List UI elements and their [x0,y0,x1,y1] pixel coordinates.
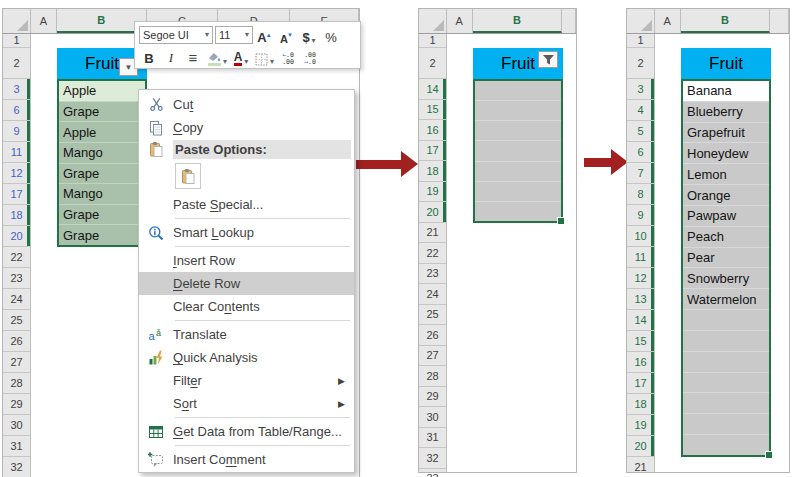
cell-empty[interactable] [683,352,769,373]
row-header-12[interactable]: 12 [3,163,30,184]
percent-style-button[interactable]: % [321,25,341,45]
row-header-9[interactable]: 9 [627,205,654,226]
font-size-select[interactable]: 11 ▾ [215,26,253,44]
row-header-30[interactable]: 30 [3,415,30,436]
row-header-30[interactable]: 30 [419,407,446,428]
italic-button[interactable]: I [161,46,181,66]
column-header-blank[interactable] [562,9,576,33]
row-header-18[interactable]: 18 [627,394,654,415]
increase-font-size-icon[interactable]: A▲ [255,25,275,45]
row-header-24[interactable]: 24 [419,284,446,305]
accounting-format-button[interactable]: $ ▾ [299,25,319,45]
cell-peach[interactable]: Peach [683,227,769,248]
row-header-23[interactable]: 23 [3,268,30,289]
font-name-select[interactable]: Segoe UI ▾ [139,26,213,44]
cell-pear[interactable]: Pear [683,248,769,269]
middle-selected-range[interactable] [473,79,563,223]
row-header-19[interactable]: 19 [627,415,654,436]
row-header-11[interactable]: 11 [627,247,654,268]
row-header-31[interactable]: 31 [3,436,30,457]
column-header-A[interactable]: A [655,9,681,33]
menu-item-cut[interactable]: Cut [139,93,354,116]
fill-color-button[interactable]: ▾ [205,46,229,66]
row-header-31[interactable]: 31 [419,428,446,449]
row-header-5[interactable]: 5 [627,121,654,142]
row-header-4[interactable]: 4 [627,100,654,121]
decrease-decimal-icon[interactable]: .00→.0 [300,46,320,66]
menu-item-clear-contents[interactable]: Clear Contents [139,295,354,318]
row-header-20[interactable]: 20 [3,226,30,247]
row-header-9[interactable]: 9 [3,121,30,142]
row-header-17[interactable]: 17 [419,141,446,162]
cell-blueberry[interactable]: Blueberry [683,102,769,123]
paste-option-button[interactable] [175,163,201,189]
column-header-A[interactable]: A [447,9,473,33]
cell-grape[interactable]: Grape [59,102,145,123]
menu-item-delete-row[interactable]: Delete Row [139,272,354,295]
row-header-1[interactable]: 1 [419,33,446,48]
row-header-3[interactable]: 3 [3,79,30,100]
row-header-26[interactable]: 26 [3,331,30,352]
row-header-21[interactable]: 21 [627,457,654,477]
row-header-7[interactable]: 7 [627,163,654,184]
menu-item-insert-row[interactable]: Insert Row [139,249,354,272]
cell-empty[interactable] [475,162,561,182]
row-header-25[interactable]: 25 [3,310,30,331]
cell-apple[interactable]: Apple [59,122,145,143]
menu-item-sort[interactable]: Sort▶ [139,392,354,415]
cell-empty[interactable] [475,101,561,121]
row-header-27[interactable]: 27 [419,346,446,367]
row-header-2[interactable]: 2 [3,48,30,79]
row-header-16[interactable]: 16 [627,352,654,373]
row-header-10[interactable]: 10 [627,226,654,247]
cell-pawpaw[interactable]: Pawpaw [683,206,769,227]
row-header-20[interactable]: 20 [419,202,446,223]
row-header-18[interactable]: 18 [419,161,446,182]
menu-item-smart-lookup[interactable]: Smart Lookup [139,221,354,244]
cell-empty[interactable] [683,393,769,414]
row-header-22[interactable]: 22 [3,247,30,268]
row-header-1[interactable]: 1 [627,33,654,48]
cell-honeydew[interactable]: Honeydew [683,143,769,164]
cell-empty[interactable] [683,435,769,455]
cell-empty[interactable] [475,202,561,221]
cell-snowberry[interactable]: Snowberry [683,268,769,289]
right-selected-range[interactable]: BananaBlueberryGrapefruitHoneydewLemonOr… [681,79,771,457]
row-header-13[interactable]: 13 [627,289,654,310]
column-header-B[interactable]: B [681,9,770,33]
select-all-corner[interactable] [3,9,31,33]
row-header-15[interactable]: 15 [627,331,654,352]
menu-item-translate[interactable]: aǎTranslate [139,323,354,346]
filter-applied-button[interactable] [538,51,558,68]
cell-empty[interactable] [475,182,561,202]
row-header-14[interactable]: 14 [419,79,446,100]
row-header-25[interactable]: 25 [419,305,446,326]
cell-grape[interactable]: Grape [59,164,145,185]
select-all-corner[interactable] [627,9,655,33]
menu-item-copy[interactable]: Copy [139,116,354,139]
row-header-19[interactable]: 19 [419,182,446,203]
row-header-28[interactable]: 28 [419,366,446,387]
cell-mango[interactable]: Mango [59,184,145,205]
column-header-A[interactable]: A [31,9,57,33]
menu-item-insert-comment[interactable]: Insert Comment [139,448,354,471]
row-header-33[interactable]: 33 [419,469,446,477]
row-header-21[interactable]: 21 [419,223,446,244]
row-header-32[interactable]: 32 [3,457,30,477]
row-header-2[interactable]: 2 [627,48,654,79]
cell-apple[interactable]: Apple [59,81,145,102]
row-header-23[interactable]: 23 [419,264,446,285]
cell-grape[interactable]: Grape [59,205,145,226]
menu-item-quick-analysis[interactable]: Quick Analysis [139,346,354,369]
row-header-32[interactable]: 32 [419,448,446,469]
border-grid-button[interactable]: ▾ [253,46,276,66]
decrease-font-size-icon[interactable]: A▼ [277,25,297,45]
menu-item-paste-special[interactable]: Paste Special... [139,193,354,216]
row-header-2[interactable]: 2 [419,48,446,79]
cell-empty[interactable] [475,141,561,161]
select-all-corner[interactable] [419,9,447,33]
column-header-blank[interactable] [770,9,789,33]
row-header-18[interactable]: 18 [3,205,30,226]
menu-item-filter[interactable]: Filter▶ [139,369,354,392]
row-header-3[interactable]: 3 [627,79,654,100]
